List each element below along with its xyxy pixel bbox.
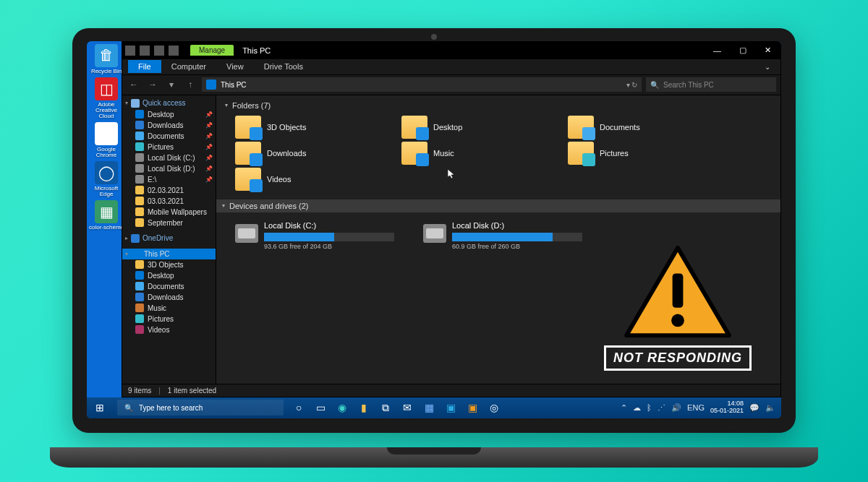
nav-forward-button[interactable]: → — [145, 77, 160, 92]
mail-icon[interactable]: ✉ — [396, 397, 418, 418]
tray-volume-icon[interactable]: 🔊 — [671, 403, 681, 413]
illustrator-icon[interactable]: ▣ — [461, 397, 483, 418]
tray-chevron-icon[interactable]: ⌃ — [621, 403, 627, 413]
sidebar-item[interactable]: Documents 📌 — [122, 131, 216, 142]
qat-icon[interactable] — [154, 46, 164, 56]
sidebar-item[interactable]: September — [122, 218, 216, 228]
devices-section-header[interactable]: ▾ Devices and drives (2) — [216, 199, 780, 212]
app-icon: ▦ — [95, 200, 118, 223]
address-dropdown-icon[interactable]: ▾ — [626, 81, 630, 89]
app-icon: ◎ — [95, 122, 118, 145]
desktop-icon[interactable]: ◎ Google Chrome — [88, 122, 124, 158]
refresh-button[interactable]: ↻ — [631, 81, 637, 89]
nav-back-button[interactable]: ← — [127, 77, 141, 92]
sidebar-item[interactable]: Downloads 📌 — [122, 120, 216, 131]
content-pane[interactable]: ▾ Folders (7) 3D Objects Desktop Documen… — [216, 95, 780, 384]
drive-item[interactable]: Local Disk (D:) 60.9 GB free of 260 GB — [423, 221, 582, 250]
manage-tab[interactable]: Manage — [190, 45, 234, 56]
sidebar-onedrive[interactable]: ▸ OneDrive — [122, 233, 216, 244]
drive-item[interactable]: Local Disk (C:) 93.6 GB free of 204 GB — [235, 221, 394, 250]
system-tray[interactable]: ⌃ ☁ ᛒ ⋰ 🔊 ENG 14:08 05-01-2021 💬 🔈 — [615, 400, 781, 415]
pin-icon: 📌 — [205, 165, 213, 172]
ribbon-tab-computer[interactable]: Computer — [161, 60, 216, 73]
sidebar-item[interactable]: 02.03.2021 — [122, 185, 216, 196]
drive-free-text: 93.6 GB free of 204 GB — [264, 243, 394, 250]
qat-icon[interactable] — [125, 46, 135, 56]
sidebar-item[interactable]: Pictures — [122, 314, 216, 324]
search-input[interactable]: 🔍 Search This PC — [646, 77, 776, 92]
store-icon[interactable]: ⧉ — [375, 397, 396, 418]
sidebar-item[interactable]: Documents — [122, 281, 216, 292]
app-icon[interactable]: ▦ — [418, 397, 440, 418]
folder-item[interactable]: Desktop — [401, 116, 546, 139]
sidebar-quick-access[interactable]: ▾ Quick access — [122, 98, 216, 109]
cortana-icon[interactable]: ○ — [288, 397, 310, 418]
sidebar-item[interactable]: Desktop 📌 — [122, 109, 216, 120]
tray-wifi-icon[interactable]: ⋰ — [658, 403, 665, 413]
pin-icon: 📌 — [205, 122, 213, 129]
notifications-icon[interactable]: 💬 — [749, 403, 760, 413]
quick-access-toolbar — [125, 46, 179, 56]
task-view-icon[interactable]: ▭ — [310, 397, 331, 418]
sidebar-item[interactable]: Local Disk (D:) 📌 — [122, 163, 216, 174]
minimize-button[interactable]: — — [705, 42, 730, 59]
taskbar[interactable]: ⊞ 🔍 Type here to search ○ ▭ ◉ ▮ ⧉ ✉ ▦ ▣ … — [87, 397, 781, 418]
sidebar-item[interactable]: E:\ 📌 — [122, 174, 216, 185]
desktop-icon[interactable]: 🗑 Recycle Bin — [88, 44, 124, 74]
sidebar-item[interactable]: Music — [122, 303, 216, 314]
folder-item[interactable]: Pictures — [568, 142, 712, 165]
chrome-icon[interactable]: ◎ — [483, 397, 505, 418]
sidebar-item[interactable]: Downloads — [122, 292, 216, 303]
photoshop-icon[interactable]: ▣ — [440, 397, 461, 418]
sidebar-item[interactable]: Desktop — [122, 270, 216, 281]
app-icon: ◯ — [95, 161, 118, 184]
desktop-icon[interactable]: ◯ Microsoft Edge — [88, 161, 124, 197]
tray-language[interactable]: ENG — [687, 403, 705, 412]
sidebar-item[interactable]: Pictures 📌 — [122, 142, 216, 152]
folder-item[interactable]: Videos — [235, 168, 380, 191]
title-bar[interactable]: Manage This PC — ▢ ✕ — [122, 42, 780, 59]
folder-item[interactable]: 3D Objects — [235, 116, 380, 139]
navigation-pane[interactable]: ▾ Quick access Desktop 📌 Downloads 📌 Doc… — [122, 95, 216, 384]
desktop-icon[interactable]: ▦ color-scheme — [88, 200, 124, 231]
sidebar-item[interactable]: 03.03.2021 — [122, 196, 216, 207]
tray-onedrive-icon[interactable]: ☁ — [633, 403, 641, 413]
close-button[interactable]: ✕ — [755, 42, 780, 59]
sidebar-item-label: Local Disk (D:) — [148, 165, 195, 173]
taskbar-clock[interactable]: 14:08 05-01-2021 — [710, 400, 744, 415]
sidebar-item[interactable]: Local Disk (C:) 📌 — [122, 152, 216, 163]
qat-icon[interactable] — [140, 46, 150, 56]
folders-section-header[interactable]: ▾ Folders (7) — [225, 98, 772, 113]
nav-up-button[interactable]: ↑ — [183, 77, 197, 92]
tray-bluetooth-icon[interactable]: ᛒ — [647, 403, 652, 412]
sidebar-item[interactable]: Videos — [122, 324, 216, 335]
edge-icon[interactable]: ◉ — [331, 397, 353, 418]
nav-recent-button[interactable]: ▾ — [164, 77, 179, 92]
sidebar-item[interactable]: 3D Objects — [122, 259, 216, 270]
folder-item[interactable]: Downloads — [235, 142, 380, 165]
sidebar-this-pc[interactable]: ▾ This PC — [122, 249, 216, 259]
tray-volume-control-icon[interactable]: 🔈 — [765, 403, 775, 413]
sidebar-item-label: Pictures — [148, 143, 174, 151]
address-bar[interactable]: This PC ▾ ↻ — [202, 77, 642, 92]
folder-item[interactable]: Music — [401, 142, 546, 165]
ribbon-expand-icon[interactable]: ⌄ — [760, 63, 775, 71]
sidebar-item[interactable]: Mobile Wallpapers — [122, 207, 216, 218]
ribbon-tab-view[interactable]: View — [216, 60, 254, 73]
desktop-icon[interactable]: ◫ Adobe Creative Cloud — [88, 77, 124, 119]
explorer-icon[interactable]: ▮ — [353, 397, 375, 418]
pic-icon — [135, 142, 144, 151]
folder-icon — [135, 260, 144, 269]
maximize-button[interactable]: ▢ — [730, 42, 755, 59]
ribbon-tab-drive-tools[interactable]: Drive Tools — [254, 60, 313, 73]
sidebar-item-label: Mobile Wallpapers — [148, 208, 207, 216]
taskbar-search[interactable]: 🔍 Type here to search — [117, 400, 284, 416]
sidebar-item-label: Documents — [148, 283, 184, 291]
start-button[interactable]: ⊞ — [87, 397, 113, 418]
ribbon-tab-file[interactable]: File — [128, 60, 161, 73]
folder-item[interactable]: Documents — [568, 116, 712, 139]
dt-icon — [135, 271, 144, 280]
disk-icon — [135, 153, 144, 162]
qat-icon[interactable] — [169, 46, 179, 56]
sidebar-item-label: Documents — [148, 132, 184, 140]
